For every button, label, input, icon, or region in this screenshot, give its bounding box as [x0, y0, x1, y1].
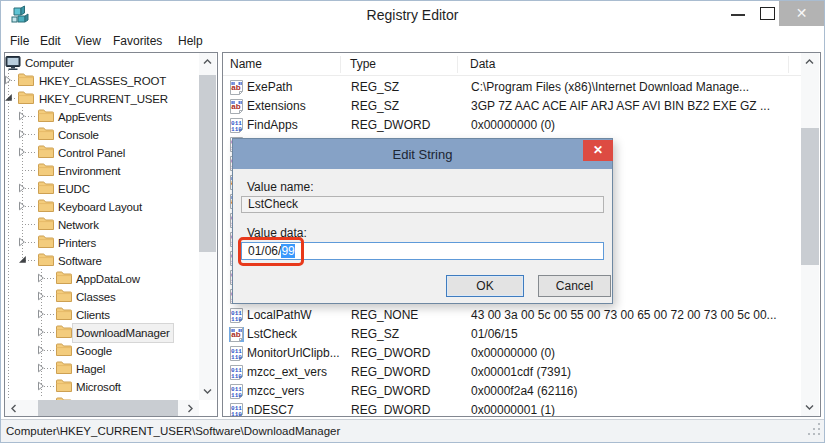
tree-item-hkey-current-user[interactable]: HKEY_CURRENT_USER — [5, 89, 200, 107]
dialog-close-button[interactable]: ✕ — [583, 140, 613, 161]
tree-item-appevents[interactable]: AppEvents — [5, 107, 200, 125]
tree-item-hkey-classes-root[interactable]: HKEY_CLASSES_ROOT — [5, 71, 200, 89]
minimize-button[interactable] — [731, 14, 745, 16]
tree-item-hagel[interactable]: Hagel — [5, 359, 200, 377]
folder-icon — [38, 235, 54, 249]
tree-item-google[interactable]: Google — [5, 341, 200, 359]
expand-icon[interactable] — [37, 273, 47, 283]
expand-icon[interactable] — [18, 129, 28, 139]
scroll-right-icon[interactable] — [182, 400, 199, 416]
tree-item-keyboard-layout[interactable]: Keyboard Layout — [5, 197, 200, 215]
tree-item-microsoft[interactable]: Microsoft — [5, 377, 200, 395]
folder-icon — [38, 253, 54, 267]
folder-icon — [38, 109, 54, 123]
tree-connector-stub — [22, 170, 36, 171]
tree-item-label: AppEvents — [54, 107, 116, 127]
value-row-extensions[interactable]: abExtensionsREG_SZ3GP 7Z AAC ACE AIF ARJ… — [224, 97, 802, 116]
tree-item-network[interactable]: Network — [5, 215, 200, 233]
expand-icon[interactable] — [18, 183, 28, 193]
menu-view[interactable]: View — [75, 34, 101, 48]
tree-item-console[interactable]: Console — [5, 125, 200, 143]
tree-horizontal-scrollbar[interactable] — [5, 400, 199, 416]
scroll-thumb[interactable] — [38, 400, 178, 416]
tree-item-printers[interactable]: Printers — [5, 233, 200, 251]
tree-item-environment[interactable]: Environment — [5, 161, 200, 179]
close-button[interactable]: ✕ — [779, 1, 824, 26]
scroll-up-icon[interactable] — [801, 53, 818, 70]
column-header-type[interactable]: Type — [350, 57, 376, 71]
expand-icon[interactable] — [37, 381, 47, 391]
value-name-input[interactable]: LstCheck — [241, 196, 604, 213]
folder-icon — [38, 181, 54, 195]
column-separator[interactable] — [457, 56, 458, 73]
expand-icon[interactable] — [37, 363, 47, 373]
scroll-down-icon[interactable] — [199, 383, 216, 400]
tree-item-label: Environment — [54, 161, 124, 181]
column-separator[interactable] — [340, 56, 341, 73]
ok-label: OK — [476, 276, 493, 296]
list-vertical-scrollbar[interactable] — [801, 53, 819, 416]
column-header-name[interactable]: Name — [230, 57, 262, 71]
cell-type: REG_DWORD — [351, 382, 430, 401]
maximize-button[interactable] — [760, 7, 775, 20]
value-row-mzcc-vers[interactable]: 011110mzcc_versREG_DWORD0x0000f2a4 (6211… — [224, 382, 802, 401]
value-row-localpathw[interactable]: 011110LocalPathWREG_NONE43 00 3a 00 5c 0… — [224, 306, 802, 325]
tree-item-control-panel[interactable]: Control Panel — [5, 143, 200, 161]
value-row-monitorurlclipb-[interactable]: 011110MonitorUrlClipb...REG_DWORD0x00000… — [224, 344, 802, 363]
expand-icon[interactable] — [18, 147, 28, 157]
tree-item-clients[interactable]: Clients — [5, 305, 200, 323]
dialog-title-bar: Edit String ✕ — [233, 139, 612, 169]
value-row-lstcheck[interactable]: abLstCheckREG_SZ01/06/15 — [224, 325, 802, 344]
tree-item-downloadmanager[interactable]: DownloadManager — [5, 323, 200, 341]
expand-icon[interactable] — [37, 309, 47, 319]
cancel-button[interactable]: Cancel — [538, 275, 611, 297]
tree-item-eudc[interactable]: EUDC — [5, 179, 200, 197]
dword-value-icon: 011110 — [229, 384, 244, 399]
expand-icon[interactable] — [37, 291, 47, 301]
cell-name: ExePath — [247, 78, 292, 97]
tree-item-classes[interactable]: Classes — [5, 287, 200, 305]
menu-help[interactable]: Help — [178, 34, 203, 48]
folder-icon — [56, 307, 72, 321]
tree-item-software[interactable]: Software — [5, 251, 200, 269]
expand-icon[interactable] — [37, 327, 47, 337]
list-header: NameTypeData — [223, 53, 801, 76]
menu-file[interactable]: File — [10, 34, 29, 48]
menu-favorites[interactable]: Favorites — [113, 34, 162, 48]
column-separator[interactable] — [788, 56, 789, 73]
tree-vertical-scrollbar[interactable] — [199, 53, 216, 400]
expand-icon[interactable] — [5, 75, 14, 85]
scroll-thumb[interactable] — [199, 75, 216, 252]
tree-item-label: Computer — [21, 53, 78, 73]
scroll-down-icon[interactable] — [801, 399, 818, 416]
collapse-icon[interactable] — [5, 93, 14, 103]
expand-icon[interactable] — [18, 111, 28, 121]
cell-name: mzcc_vers — [247, 382, 304, 401]
cell-name: nDESC7 — [247, 401, 294, 416]
folder-icon — [38, 127, 54, 141]
dword-value-icon: 011110 — [229, 308, 244, 323]
scroll-thumb[interactable] — [801, 128, 819, 265]
value-row-exepath[interactable]: abExePathREG_SZC:\Program Files (x86)\In… — [224, 78, 802, 97]
expand-icon[interactable] — [18, 201, 28, 211]
tree-item-label: Keyboard Layout — [54, 197, 146, 217]
value-row-findapps[interactable]: 011110FindAppsREG_DWORD0x00000000 (0) — [224, 116, 802, 135]
tree-item-computer[interactable]: Computer — [5, 53, 200, 71]
expand-icon[interactable] — [18, 237, 28, 247]
scroll-left-icon[interactable] — [5, 400, 22, 416]
ok-button[interactable]: OK — [446, 275, 524, 297]
resize-grip[interactable] — [808, 422, 821, 440]
computer-icon — [5, 55, 21, 69]
value-row-mzcc-ext-vers[interactable]: 011110mzcc_ext_versREG_DWORD0x00001cdf (… — [224, 363, 802, 382]
cell-type: REG_DWORD — [351, 363, 430, 382]
value-row-ndesc7[interactable]: 011110nDESC7REG_DWORD0x00000001 (1) — [224, 401, 802, 416]
expand-icon[interactable] — [37, 345, 47, 355]
menu-edit[interactable]: Edit — [40, 34, 61, 48]
column-header-data[interactable]: Data — [470, 57, 495, 71]
status-path: Computer\HKEY_CURRENT_USER\Software\Down… — [6, 425, 340, 437]
cell-name: Extensions — [247, 97, 306, 116]
tree-item-appdatalow[interactable]: AppDataLow — [5, 269, 200, 287]
folder-icon — [56, 271, 72, 285]
collapse-icon[interactable] — [18, 255, 28, 265]
scroll-up-icon[interactable] — [199, 53, 216, 70]
